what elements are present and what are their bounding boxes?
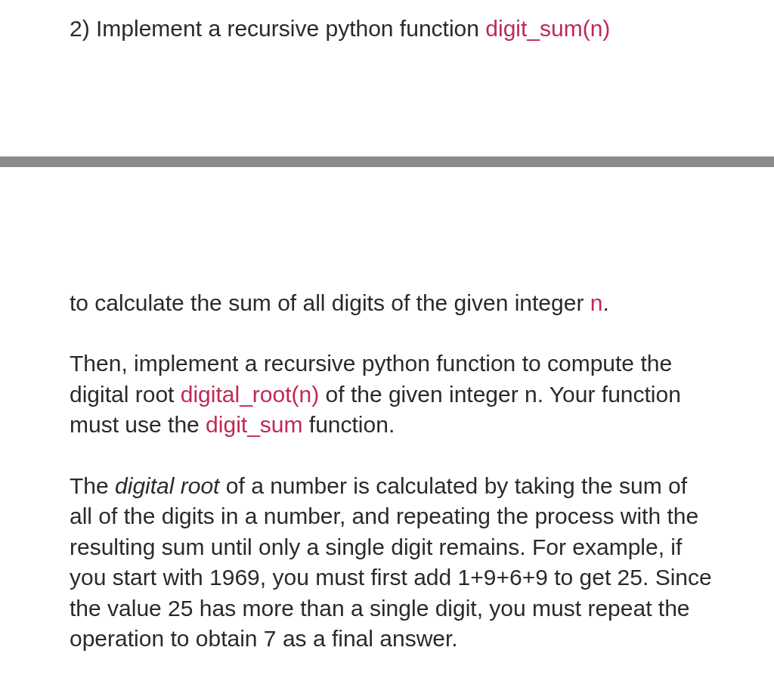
paragraph-1-suffix: . — [602, 290, 608, 315]
section-divider — [0, 156, 774, 167]
question-body-section: to calculate the sum of all digits of th… — [0, 288, 774, 655]
paragraph-3-part2: of a number is calculated by taking the … — [70, 473, 712, 652]
question-title-line: 2) Implement a recursive python function… — [70, 14, 714, 45]
paragraph-3-italic: digital root — [115, 473, 219, 498]
code-digit-sum: digit_sum — [206, 412, 302, 437]
question-title-text: 2) Implement a recursive python function — [70, 16, 485, 41]
paragraph-2-part3: function. — [303, 412, 395, 437]
paragraph-3-part1: The — [70, 473, 115, 498]
paragraph-3: The digital root of a number is calculat… — [70, 471, 714, 655]
question-header-section: 2) Implement a recursive python function… — [0, 0, 774, 45]
paragraph-1: to calculate the sum of all digits of th… — [70, 288, 714, 319]
code-digital-root: digital_root(n) — [181, 382, 319, 407]
paragraph-2: Then, implement a recursive python funct… — [70, 348, 714, 441]
code-variable-n: n — [590, 290, 603, 315]
paragraph-1-text: to calculate the sum of all digits of th… — [70, 290, 590, 315]
code-function-name: digit_sum(n) — [485, 16, 610, 41]
